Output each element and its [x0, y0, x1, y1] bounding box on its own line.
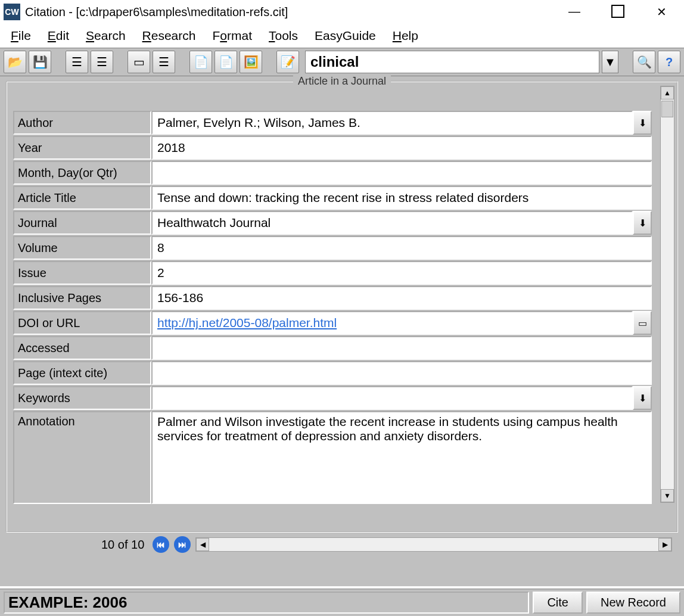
- field-doi[interactable]: http://hj.net/2005-08/palmer.html: [151, 311, 633, 335]
- close-button[interactable]: ✕: [653, 5, 670, 19]
- field-journal[interactable]: Healthwatch Journal: [151, 211, 633, 235]
- label-accessed: Accessed: [13, 336, 151, 360]
- field-page-intext[interactable]: [151, 361, 652, 385]
- nav-first-button[interactable]: ⏮: [153, 536, 169, 553]
- minimize-button[interactable]: —: [566, 5, 583, 19]
- tool-icon-2[interactable]: ☰: [153, 51, 175, 73]
- row-doi: DOI or URL http://hj.net/2005-08/palmer.…: [13, 311, 652, 335]
- row-monthday: Month, Day(or Qtr): [13, 161, 652, 185]
- row-year: Year 2018: [13, 136, 652, 160]
- list-view2-icon[interactable]: ☰: [91, 51, 113, 73]
- row-article-title: Article Title Tense and down: tracking t…: [13, 186, 652, 210]
- status-text: EXAMPLE: 2006: [4, 592, 529, 614]
- field-author[interactable]: Palmer, Evelyn R.; Wilson, James B.: [151, 111, 633, 135]
- author-dropdown-button[interactable]: ⬇: [633, 111, 652, 135]
- row-issue: Issue 2: [13, 261, 652, 285]
- label-author: Author: [13, 111, 151, 135]
- menu-edit[interactable]: Edit: [48, 29, 69, 43]
- record-fieldset: Article in a Journal ▲ ▼ Author Palmer, …: [6, 81, 678, 533]
- row-author: Author Palmer, Evelyn R.; Wilson, James …: [13, 111, 652, 135]
- label-year: Year: [13, 136, 151, 160]
- form-rows: Author Palmer, Evelyn R.; Wilson, James …: [13, 111, 652, 504]
- scroll-thumb[interactable]: [661, 101, 673, 117]
- doi-link[interactable]: http://hj.net/2005-08/palmer.html: [157, 316, 337, 330]
- save-icon[interactable]: 💾: [29, 51, 51, 73]
- row-annotation: Annotation Palmer and Wilson investigate…: [13, 411, 652, 504]
- row-accessed: Accessed: [13, 336, 652, 360]
- panel-title: Article in a Journal: [293, 75, 391, 88]
- label-journal: Journal: [13, 211, 151, 235]
- search-value: clinical: [310, 54, 359, 70]
- label-volume: Volume: [13, 236, 151, 260]
- scroll-right-icon[interactable]: ▶: [658, 538, 671, 551]
- menu-easyguide[interactable]: EasyGuide: [315, 29, 376, 43]
- row-keywords: Keywords ⬇: [13, 386, 652, 410]
- field-volume[interactable]: 8: [151, 236, 652, 260]
- label-issue: Issue: [13, 261, 151, 285]
- cite-button[interactable]: Cite: [533, 592, 583, 614]
- keywords-dropdown-button[interactable]: ⬇: [633, 386, 652, 410]
- doc-icon-1[interactable]: 📄: [189, 51, 212, 73]
- search-dropdown-button[interactable]: ▼: [602, 51, 618, 73]
- journal-dropdown-button[interactable]: ⬇: [633, 211, 652, 235]
- horizontal-scrollbar[interactable]: ◀ ▶: [195, 537, 672, 552]
- label-doi: DOI or URL: [13, 311, 151, 335]
- work-area: Article in a Journal ▲ ▼ Author Palmer, …: [0, 76, 684, 586]
- field-keywords[interactable]: [151, 386, 633, 410]
- tool-icon-1[interactable]: ▭: [128, 51, 150, 73]
- menu-file[interactable]: File: [11, 29, 31, 43]
- menu-bar: File Edit Search Research Format Tools E…: [0, 24, 684, 48]
- scroll-down-icon[interactable]: ▼: [661, 489, 674, 502]
- find-icon[interactable]: 🔍: [633, 51, 655, 73]
- label-article-title: Article Title: [13, 186, 151, 210]
- vertical-scrollbar[interactable]: ▲ ▼: [660, 86, 674, 503]
- menu-tools[interactable]: Tools: [269, 29, 298, 43]
- window-title: Citation - [c:\drpaper6\samples\meditati…: [25, 5, 288, 19]
- field-monthday[interactable]: [151, 161, 652, 185]
- record-navigation: 10 of 10 ⏮ ⏭ ◀ ▶: [6, 533, 678, 556]
- label-page-intext: Page (intext cite): [13, 361, 151, 385]
- app-icon: CW: [4, 4, 20, 20]
- row-page-intext: Page (intext cite): [13, 361, 652, 385]
- help-icon[interactable]: ?: [658, 51, 680, 73]
- search-input[interactable]: clinical: [305, 51, 599, 73]
- scroll-left-icon[interactable]: ◀: [196, 538, 209, 551]
- menu-help[interactable]: Help: [393, 29, 418, 43]
- menu-format[interactable]: Format: [212, 29, 252, 43]
- label-annotation: Annotation: [13, 411, 151, 504]
- doi-browse-button[interactable]: ▭: [633, 311, 652, 335]
- field-accessed[interactable]: [151, 336, 652, 360]
- record-counter: 10 of 10: [101, 538, 144, 552]
- label-keywords: Keywords: [13, 386, 151, 410]
- row-journal: Journal Healthwatch Journal ⬇: [13, 211, 652, 235]
- title-bar: CW Citation - [c:\drpaper6\samples\medit…: [0, 0, 684, 24]
- label-monthday: Month, Day(or Qtr): [13, 161, 151, 185]
- row-volume: Volume 8: [13, 236, 652, 260]
- field-year[interactable]: 2018: [151, 136, 652, 160]
- nav-next-button[interactable]: ⏭: [174, 536, 191, 553]
- open-icon[interactable]: 📂: [4, 51, 26, 73]
- menu-research[interactable]: Research: [142, 29, 196, 43]
- new-record-button[interactable]: New Record: [586, 592, 680, 614]
- field-pages[interactable]: 156-186: [151, 286, 652, 310]
- label-pages: Inclusive Pages: [13, 286, 151, 310]
- field-article-title[interactable]: Tense and down: tracking the recent rise…: [151, 186, 652, 210]
- field-annotation[interactable]: Palmer and Wilson investigate the recent…: [151, 411, 652, 504]
- row-pages: Inclusive Pages 156-186: [13, 286, 652, 310]
- toolbar: 📂 💾 ☰ ☰ ▭ ☰ 📄 📄 🖼️ 📝 clinical ▼ 🔍 ?: [0, 48, 684, 76]
- scroll-up-icon[interactable]: ▲: [661, 86, 674, 99]
- menu-search[interactable]: Search: [86, 29, 126, 43]
- window-controls: — ✕: [566, 5, 680, 19]
- status-bar: EXAMPLE: 2006 Cite New Record: [0, 589, 684, 616]
- note-icon[interactable]: 📝: [276, 51, 299, 73]
- list-view-icon[interactable]: ☰: [66, 51, 88, 73]
- doc-icon-2[interactable]: 📄: [214, 51, 237, 73]
- maximize-button[interactable]: [611, 5, 624, 18]
- field-issue[interactable]: 2: [151, 261, 652, 285]
- picture-icon[interactable]: 🖼️: [240, 51, 262, 73]
